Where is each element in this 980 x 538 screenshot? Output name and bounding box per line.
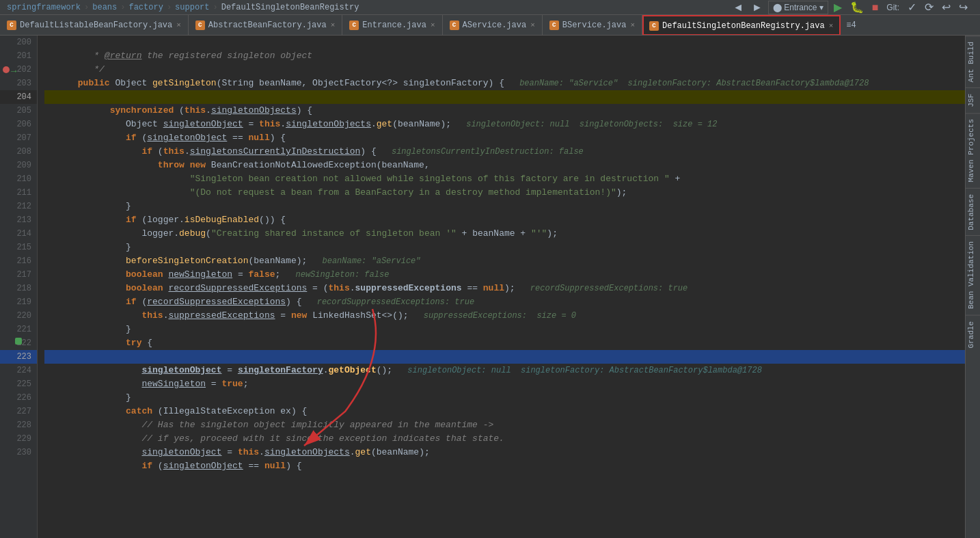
breadcrumb-support[interactable]: support (175, 3, 209, 12)
redo-btn[interactable]: ↪ (956, 0, 970, 15)
code-line-229: singletonObject = this.singletonObjects.… (44, 432, 980, 446)
code-line-201: */ (44, 49, 980, 63)
tab-icon-entrance: c (349, 21, 359, 30)
code-line-218: if (recordSuppressedExceptions) { record… (44, 282, 980, 295)
line-num-213: 213 (0, 213, 37, 227)
jsf-panel[interactable]: JSF (966, 88, 980, 113)
code-line-208: throw new BeanCreationNotAllowedExceptio… (44, 145, 980, 159)
tab-close-aservice[interactable]: × (530, 21, 535, 29)
code-line-213: logger.debug("Creating shared instance o… (44, 213, 980, 227)
line-num-227: 227 (0, 405, 37, 418)
line-num-220: 220 (0, 309, 37, 323)
tab-overflow-btn[interactable]: ≡4 (841, 15, 861, 36)
tab-defaultsingleton[interactable]: c DefaultSingletonBeanRegistry.java × (642, 15, 841, 36)
line-num-205: 205 (0, 104, 37, 118)
code-line-224: newSingleton = true; (44, 364, 980, 377)
breadcrumb-factory[interactable]: factory (128, 3, 163, 12)
tab-aservice[interactable]: c AService.java × (443, 15, 543, 36)
code-line-200: * @return the registered singleton objec… (44, 36, 980, 49)
tab-icon-c2: c (195, 21, 205, 30)
line-num-221: 221 (0, 323, 37, 336)
code-line-203: Assert.notNull(beanName, message: "Bean … (44, 77, 980, 90)
tab-label-entrance: Entrance.java (362, 21, 426, 30)
code-line-215: beforeSingletonCreation(beanName); beanN… (44, 241, 980, 254)
tab-label-defaultlistable: DefaultListableBeanFactory.java (20, 21, 172, 30)
line-num-223: 223 (0, 350, 37, 364)
tab-close-bservice[interactable]: × (630, 21, 635, 29)
code-line-221: try { (44, 323, 980, 336)
debug-btn[interactable]: 🐛 (847, 0, 867, 15)
breadcrumb-class: DefaultSingletonBeanRegistry (221, 3, 359, 12)
tab-icon-aservice: c (450, 21, 459, 30)
tab-bar: c DefaultListableBeanFactory.java × c Ab… (0, 15, 980, 36)
code-line-211: } (44, 186, 980, 200)
code-line-225: } (44, 377, 980, 391)
code-line-223: singletonObject = singletonFactory.getOb… (44, 350, 980, 364)
tab-close-defaultsingleton[interactable]: × (829, 22, 834, 30)
code-line-206: if (singletonObject == null) { (44, 118, 980, 131)
line-num-229: 229 (0, 432, 37, 446)
right-panel-tabs: Ant Build JSF Maven Projects Database Be… (965, 36, 980, 538)
breadcrumb-beans[interactable]: beans (92, 3, 117, 12)
tab-label-bservice: BService.java (562, 21, 627, 30)
code-line-205: Object singletonObject = this.singletonO… (44, 104, 980, 118)
run-btn[interactable]: ▶ (831, 0, 845, 15)
tab-defaultlistable[interactable]: c DefaultListableBeanFactory.java × (0, 15, 189, 36)
breadcrumb-bar: springframework › beans › factory › supp… (0, 0, 980, 15)
editor-area: 200 201 → 202 203 204 205 206 207 208 20… (0, 36, 980, 538)
tab-abstractbean[interactable]: c AbstractBeanFactory.java × (189, 15, 342, 36)
code-line-226: catch (IllegalStateException ex) { (44, 391, 980, 405)
code-line-216: boolean newSingleton = false; newSinglet… (44, 254, 980, 268)
line-num-226: 226 (0, 391, 37, 405)
code-line-220: } (44, 309, 980, 323)
line-num-215: 215 (0, 241, 37, 254)
database-panel[interactable]: Database (966, 188, 980, 236)
line-num-228: 228 (0, 418, 37, 432)
line-num-211: 211 (0, 186, 37, 200)
checkmark-btn[interactable]: ✓ (905, 0, 919, 15)
line-num-216: 216 (0, 254, 37, 268)
line-num-210: 210 (0, 172, 37, 186)
code-line-217: boolean recordSuppressedExceptions = (th… (44, 268, 980, 282)
navigate-forward-btn[interactable]: ► (749, 0, 765, 15)
line-num-214: 214 (0, 227, 37, 241)
stop-btn[interactable]: ■ (869, 0, 882, 15)
git-btn[interactable]: Git: (884, 1, 902, 14)
ant-build-panel[interactable]: Ant Build (966, 36, 980, 88)
tab-close-abstractbean[interactable]: × (331, 21, 336, 29)
undo-btn[interactable]: ↩ (939, 0, 953, 15)
tab-icon-c: c (7, 21, 16, 30)
code-content[interactable]: * @return the registered singleton objec… (38, 36, 980, 538)
line-num-208: 208 (0, 145, 37, 159)
update-btn[interactable]: ⟳ (922, 0, 936, 15)
code-line-212: if (logger.isDebugEnabled()) { (44, 200, 980, 213)
maven-panel[interactable]: Maven Projects (966, 113, 980, 187)
code-line-202: public Object getSingleton(String beanNa… (44, 63, 980, 77)
code-line-207: if (this.singletonsCurrentlyInDestructio… (44, 131, 980, 145)
code-line-222: //注意会递归 (44, 336, 980, 350)
gradle-panel[interactable]: Gradle (966, 315, 980, 354)
line-num-218: 218 (0, 282, 37, 295)
tab-close-entrance[interactable]: × (431, 21, 435, 29)
tab-bservice[interactable]: c BService.java × (543, 15, 642, 36)
line-num-209: 209 (0, 159, 37, 172)
code-line-219: this.suppressedExceptions = new LinkedHa… (44, 295, 980, 309)
code-line-209: "Singleton bean creation not allowed whi… (44, 159, 980, 172)
tab-icon-bservice: c (549, 21, 559, 30)
tab-label-aservice: AService.java (463, 21, 527, 30)
line-num-217: 217 (0, 268, 37, 282)
line-num-201: 201 (0, 49, 37, 63)
tab-entrance[interactable]: c Entrance.java × (342, 15, 442, 36)
bean-validation-panel[interactable]: Bean Validation (966, 235, 980, 314)
tab-close-defaultlistable[interactable]: × (176, 21, 181, 29)
action-buttons: ◄ ► ⬤ Entrance ▾ ▶ 🐛 ■ Git: ✓ ⟳ ↩ ↪ (730, 0, 975, 15)
line-num-222: 222 (0, 336, 37, 350)
entrance-btn[interactable]: ⬤ Entrance ▾ (768, 1, 828, 14)
code-line-230: if (singletonObject == null) { (44, 446, 980, 459)
navigate-back-btn[interactable]: ◄ (730, 0, 746, 15)
breadcrumb-framework[interactable]: springframework (7, 3, 81, 12)
breakpoint-202 (3, 66, 10, 73)
line-num-207: 207 (0, 131, 37, 145)
line-num-200: 200 (0, 36, 37, 49)
line-num-202: → 202 (0, 63, 37, 77)
